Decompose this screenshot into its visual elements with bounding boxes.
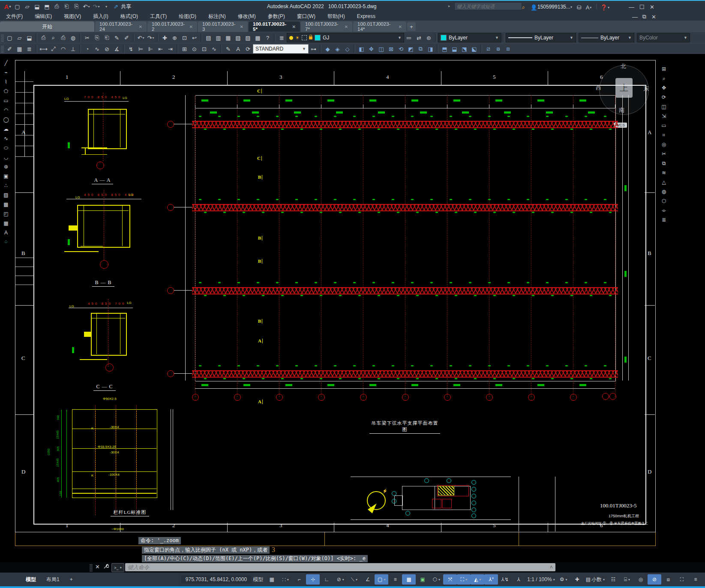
layer-isolate-button[interactable]: ⊜ [424, 33, 434, 42]
dynamic-ucs-toggle[interactable]: ⤧ [443, 574, 457, 585]
drawing-canvas[interactable]: ╱ ⌁ ⌇ ⬠ ▭ ◠ ◯ ☁ ∿ ⬭ ◡ ⊕ ▣ ∴ ▨ ▩ ◰ ▦ A ⁘ … [0, 54, 705, 562]
region-tool-icon[interactable]: ◰ [1, 209, 11, 218]
annotation-visibility-toggle[interactable]: ⅄° [484, 574, 498, 585]
copy-tool-icon[interactable]: ⧉ [659, 159, 669, 168]
layer-states-button[interactable]: ≔ [404, 33, 414, 42]
menu-parametric[interactable]: 参数(P) [262, 13, 291, 20]
viewport-tool-icon[interactable]: ⊞ [659, 64, 669, 73]
ellipse-arc-tool-icon[interactable]: ◡ [1, 153, 11, 162]
doc-close-button[interactable]: ✕ [649, 12, 659, 21]
move-face-button[interactable]: ✥ [366, 44, 376, 54]
close-icon[interactable]: ✕ [345, 24, 348, 29]
arc-tool-icon[interactable]: ◠ [1, 105, 11, 114]
fillet-tool-icon[interactable]: ≋ [659, 168, 669, 177]
qat-saveas-button[interactable]: ⬒ [42, 2, 52, 11]
dim-edit-text-button[interactable]: ✎ [223, 44, 233, 54]
cmdline-wrench-icon[interactable] [103, 564, 109, 571]
new-button[interactable]: ▢ [5, 33, 15, 42]
point-style-tool-icon[interactable]: ⁘ [1, 237, 11, 246]
dim-ordinate-button[interactable]: ⊥ [68, 44, 78, 54]
shell-button[interactable]: ⧇ [493, 44, 503, 54]
chevron-down-icon[interactable]: ▼ [628, 36, 632, 40]
dim-jogline-button[interactable]: ∿ [209, 44, 219, 54]
markup-button[interactable]: ▨ [243, 33, 253, 42]
tab-doc-7[interactable]: 100.01TJ0023-7*✕ [301, 21, 352, 32]
plot-pages-button[interactable]: ⎙ [58, 33, 68, 42]
tab-doc-3[interactable]: 100.01TJ0023-3✕ [198, 21, 248, 32]
mirror-tool-icon[interactable]: ◫ [659, 102, 669, 111]
matchprop-button[interactable]: ✎ [112, 33, 122, 42]
model-paper-toggle[interactable]: 模型 [251, 574, 265, 585]
gizmo-toggle[interactable]: ◭▾ [471, 574, 484, 585]
delete-face-button[interactable]: ⊠ [386, 44, 396, 54]
subtract-button[interactable]: ◈ [333, 44, 342, 54]
isolate-objects-button[interactable]: ◎ [634, 574, 648, 585]
grid-toggle[interactable]: ▦ [265, 574, 279, 585]
menu-draw[interactable]: 绘图(D) [173, 13, 202, 20]
selection-filter-toggle[interactable]: ⛶▾ [457, 574, 471, 585]
annotation-scale-icon[interactable]: ⅄ [512, 574, 525, 585]
dim-inspect-button[interactable]: ⊡ [199, 44, 209, 54]
copy-face-button[interactable]: ⧉ [416, 44, 426, 54]
xline-tool-icon[interactable]: ⌁ [1, 68, 11, 77]
dimstyle-dropdown[interactable]: STANDARD ▼ [253, 44, 309, 54]
make-block-tool-icon[interactable]: ▣ [1, 171, 11, 180]
close-icon[interactable]: ✕ [240, 24, 243, 29]
cmdline-grip[interactable] [90, 564, 93, 571]
doc-minimize-button[interactable]: — [630, 12, 640, 21]
dim-space-button[interactable]: ⇤ [156, 44, 165, 54]
lineweight-dropdown[interactable]: ByLayer ▼ [579, 33, 634, 42]
dim-linear-button[interactable]: ⟷ [39, 44, 48, 54]
offset-face-button[interactable]: ◫ [376, 44, 386, 54]
autocad-logo-icon[interactable]: A▾ [3, 2, 12, 11]
menu-express[interactable]: Express [351, 13, 381, 19]
linetype-dropdown[interactable]: ByLayer ▼ [506, 33, 576, 42]
layer-properties-button[interactable]: ≣ [277, 33, 287, 42]
dynamic-input-toggle[interactable]: ⊹ [306, 574, 320, 585]
clean-button[interactable]: ⬕ [469, 44, 479, 54]
separate-button[interactable]: ⧄ [483, 44, 493, 54]
close-icon[interactable]: ✕ [292, 24, 296, 29]
dim-radius-button[interactable]: ◔ [82, 44, 92, 54]
workspace-switching-button[interactable]: ⚙▾ [557, 574, 570, 585]
cmdline-close-icon[interactable]: ✕ [95, 564, 100, 570]
plot-button[interactable]: ⎙ [39, 33, 48, 42]
fullscreen-toggle[interactable]: ⛶ [675, 574, 689, 585]
osnap-3d-toggle[interactable]: ⬡▾ [429, 574, 443, 585]
erase-tool-icon[interactable]: ≣ [659, 215, 669, 224]
dim-angular-button[interactable]: ∡ [112, 44, 122, 54]
properties-button[interactable]: ▤ [204, 33, 213, 42]
ellipse-tool-icon[interactable]: ⬭ [1, 143, 11, 152]
layer-on-icon[interactable] [289, 36, 293, 40]
object-snap-toggle[interactable]: ▢▾ [375, 574, 388, 585]
designcenter-button[interactable]: ▥ [213, 33, 223, 42]
share-button[interactable]: 共享 [121, 3, 131, 10]
maximize-button[interactable]: ☐ [637, 2, 647, 12]
chevron-down-icon[interactable]: ▼ [495, 36, 499, 40]
menu-tools[interactable]: 工具(T) [144, 13, 173, 20]
close-icon[interactable]: ✕ [139, 24, 142, 29]
qat-new-button[interactable]: ▢ [12, 2, 22, 11]
new-layout-button[interactable]: + [65, 575, 78, 584]
ortho-toggle[interactable]: ∟ [320, 574, 333, 585]
close-icon[interactable]: ✕ [399, 24, 402, 29]
table-tool-icon[interactable]: ▦ [1, 219, 11, 228]
clean-screen-toggle[interactable]: ⧈ [661, 574, 675, 585]
polyline-tool-icon[interactable]: ⌇ [1, 77, 11, 86]
rotate-tool-icon[interactable]: ⟳ [659, 93, 669, 102]
annotation-monitor-toggle[interactable]: ✚ [570, 574, 584, 585]
layer-translate-button[interactable]: ≣ [24, 44, 34, 54]
tab-start[interactable]: 开始 [0, 21, 94, 32]
publish-button[interactable]: ◍ [68, 33, 78, 42]
tab-doc-2[interactable]: 100.01TJ0023-2✕ [147, 21, 197, 32]
qat-print-button[interactable]: ⎘ [72, 2, 81, 11]
user-dropdown-icon[interactable]: ▾ [570, 5, 572, 9]
customization-menu-button[interactable]: ≡ [689, 574, 702, 585]
object-snap-tracking-toggle[interactable]: ∠ [361, 574, 375, 585]
qat-open-button[interactable]: ▱ [22, 2, 32, 11]
snap-mode-toggle[interactable]: ⸬▾ [279, 574, 292, 585]
autodesk-a-icon[interactable]: A▾ [584, 3, 594, 12]
search-icon[interactable]: ⌕ [519, 3, 528, 12]
cut-button[interactable]: ✂ [82, 33, 92, 42]
union-button[interactable]: ◆ [323, 44, 333, 54]
